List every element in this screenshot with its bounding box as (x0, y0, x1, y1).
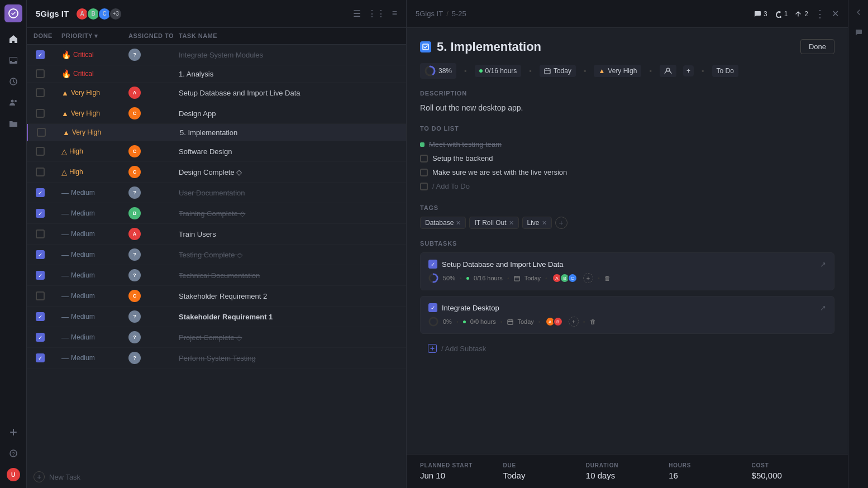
todo-item[interactable]: Make sure we are set with the live versi… (420, 165, 834, 179)
task-row[interactable]: ✓ 🔥 Critical ? Integrate System Modules (27, 45, 406, 65)
sidebar-item-help[interactable]: ? (4, 444, 22, 462)
sidebar-item-home[interactable] (4, 30, 22, 48)
subtask-delete[interactable]: 🗑 (604, 275, 611, 281)
task-row[interactable]: ✓ — Medium ? Stakeholder Requirement 1 (27, 307, 406, 327)
task-row[interactable]: ▲ Very High 5. Implementation (27, 124, 406, 141)
task-row[interactable]: ✓ — Medium ? Testing Complete ◇ (27, 245, 406, 265)
task-name[interactable]: User Documentation (179, 189, 399, 197)
task-checkbox[interactable]: ✓ (36, 271, 45, 280)
date-pill[interactable]: Today (540, 65, 576, 77)
task-name[interactable]: Technical Documentation (179, 271, 399, 280)
sidebar-item-clock[interactable] (4, 73, 22, 90)
hours-pill[interactable]: 0/16 hours (475, 65, 522, 77)
task-checkbox[interactable]: ✓ (36, 209, 45, 218)
app-logo[interactable] (4, 4, 22, 22)
task-row[interactable]: ▲ Very High C Design App (27, 103, 406, 124)
task-name[interactable]: 5. Implementation (180, 128, 399, 137)
task-checkbox[interactable] (36, 147, 45, 156)
task-row[interactable]: △ High C Design Complete ◇ (27, 162, 406, 183)
breadcrumb-project[interactable]: 5Gigs IT (416, 9, 443, 18)
task-checkbox[interactable]: ✓ (36, 188, 45, 197)
open-icon[interactable]: ↗ (820, 260, 826, 269)
tag-remove[interactable]: ✕ (456, 219, 461, 227)
subtask-item[interactable]: ✓ Setup Database and Import Live Data ↗ … (420, 252, 834, 290)
subtask-add-assign[interactable]: + (569, 317, 579, 327)
breadcrumb-sprint[interactable]: 5-25 (452, 9, 466, 18)
todo-item[interactable]: Setup the backend (420, 151, 834, 165)
subtask-item[interactable]: ✓ Integrate Desktop ↗ 0% • 0/0 hours • T… (420, 296, 834, 334)
task-row[interactable]: ✓ — Medium ? Technical Documentation (27, 265, 406, 286)
list-icon[interactable]: ≡ (392, 8, 397, 19)
task-name[interactable]: Stakeholder Requirement 1 (179, 313, 399, 321)
task-checkbox[interactable] (36, 88, 45, 97)
task-name[interactable]: Integrate System Modules (179, 51, 399, 59)
task-checkbox[interactable]: ✓ (36, 333, 45, 342)
comment-count[interactable]: 3 (753, 10, 767, 18)
done-button[interactable]: Done (800, 39, 834, 54)
task-checkbox[interactable]: ✓ (36, 50, 45, 59)
task-name[interactable]: Setup Database and Import Live Data (179, 89, 399, 97)
task-row[interactable]: 🔥 Critical 1. Analysis (27, 65, 406, 83)
tag[interactable]: Database✕ (420, 217, 466, 229)
open-icon[interactable]: ↗ (820, 304, 826, 312)
add-task-button[interactable]: + (34, 471, 45, 482)
priority-pill[interactable]: ▲ Very High (594, 65, 641, 77)
task-row[interactable]: ✓ — Medium ? Perform System Testing (27, 348, 406, 369)
todo-checkbox[interactable] (420, 155, 428, 162)
task-name[interactable]: Train Users (179, 230, 399, 238)
subtask-delete[interactable]: 🗑 (590, 318, 596, 325)
task-checkbox[interactable] (36, 291, 45, 300)
link-count[interactable]: 1 (774, 10, 788, 18)
task-checkbox[interactable] (36, 109, 45, 118)
task-checkbox[interactable]: ✓ (36, 353, 45, 362)
task-name[interactable]: Training Complete ◇ (179, 209, 399, 218)
progress-pill[interactable]: 38% (420, 63, 456, 79)
add-task-row[interactable]: + New Task (27, 466, 406, 488)
task-row[interactable]: ▲ Very High A Setup Database and Import … (27, 83, 406, 103)
task-name[interactable]: Software Design (179, 147, 399, 156)
tag[interactable]: IT Roll Out✕ (469, 217, 518, 229)
task-row[interactable]: — Medium A Train Users (27, 224, 406, 245)
todo-checkbox[interactable] (420, 169, 428, 176)
tag[interactable]: Live✕ (522, 217, 552, 229)
collapse-icon[interactable] (851, 4, 866, 20)
task-name[interactable]: Stakeholder Requirement 2 (179, 292, 399, 300)
todo-item[interactable]: Meet with testing team (420, 137, 834, 151)
task-checkbox[interactable] (36, 229, 45, 238)
sidebar-item-add[interactable] (4, 423, 22, 441)
chart-icon[interactable]: ⋮⋮ (368, 8, 385, 19)
task-name[interactable]: Design App (179, 109, 399, 118)
menu-icon[interactable]: ☰ (353, 8, 361, 19)
task-name[interactable]: Testing Complete ◇ (179, 251, 399, 259)
more-icon[interactable]: ⋮ (815, 8, 825, 20)
add-subtask-row[interactable]: / Add Subtask (420, 339, 834, 357)
subtask-checkbox[interactable]: ✓ (428, 303, 437, 312)
task-checkbox[interactable]: ✓ (36, 250, 45, 259)
subtask-add-assign[interactable]: + (583, 273, 593, 283)
task-checkbox[interactable] (36, 69, 45, 78)
subtask-checkbox[interactable]: ✓ (428, 260, 437, 269)
task-row[interactable]: ✓ — Medium ? User Documentation (27, 183, 406, 203)
tag-remove[interactable]: ✕ (509, 219, 514, 227)
tag-remove[interactable]: ✕ (542, 219, 547, 227)
attachment-count[interactable]: 2 (794, 10, 808, 18)
sidebar-item-users[interactable] (4, 94, 22, 112)
sidebar-item-inbox[interactable] (4, 51, 22, 69)
task-row[interactable]: — Medium C Stakeholder Requirement 2 (27, 286, 406, 307)
task-checkbox[interactable] (37, 128, 46, 137)
task-row[interactable]: △ High C Software Design (27, 141, 406, 162)
task-name[interactable]: Design Complete ◇ (179, 168, 399, 176)
task-name[interactable]: Perform System Testing (179, 354, 399, 362)
chat-sidebar-icon[interactable] (851, 25, 866, 40)
task-checkbox[interactable]: ✓ (36, 312, 45, 321)
task-row[interactable]: ✓ — Medium B Training Complete ◇ (27, 203, 406, 224)
sidebar-item-avatar[interactable]: U (4, 466, 22, 484)
close-icon[interactable]: ✕ (832, 8, 839, 19)
add-todo-row[interactable]: / Add To Do (420, 179, 834, 193)
status-pill[interactable]: To Do (712, 65, 738, 77)
assign-pill[interactable] (660, 65, 676, 77)
task-name[interactable]: 1. Analysis (179, 70, 399, 78)
add-meta-pill[interactable]: + (683, 65, 694, 76)
task-checkbox[interactable] (36, 168, 45, 176)
task-row[interactable]: ✓ — Medium ? Project Complete ◇ (27, 327, 406, 348)
